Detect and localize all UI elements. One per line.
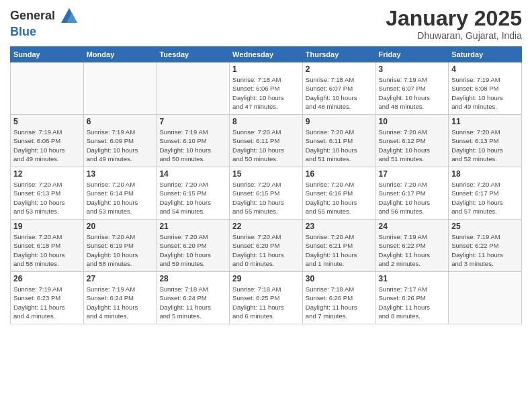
day-number: 4	[451, 64, 519, 74]
day-number: 31	[379, 274, 446, 283]
day-number: 29	[232, 274, 300, 283]
day-info: Sunrise: 7:19 AMSunset: 6:23 PMDaylight:…	[13, 285, 81, 320]
day-info: Sunrise: 7:19 AMSunset: 6:22 PMDaylight:…	[451, 232, 519, 268]
col-monday: Monday	[83, 47, 157, 62]
table-row: 23Sunrise: 7:20 AMSunset: 6:21 PMDayligh…	[302, 220, 375, 272]
table-row: 18Sunrise: 7:20 AMSunset: 6:17 PMDayligh…	[449, 167, 522, 220]
calendar-week-row: 12Sunrise: 7:20 AMSunset: 6:13 PMDayligh…	[11, 167, 522, 220]
day-info: Sunrise: 7:20 AMSunset: 6:11 PMDaylight:…	[306, 128, 373, 163]
table-row: 15Sunrise: 7:20 AMSunset: 6:15 PMDayligh…	[230, 167, 303, 220]
day-number: 6	[87, 117, 154, 126]
title-block: January 2025 Dhuwaran, Gujarat, India	[386, 7, 522, 41]
calendar-week-row: 5Sunrise: 7:19 AMSunset: 6:08 PMDaylight…	[11, 115, 522, 167]
calendar-week-row: 19Sunrise: 7:20 AMSunset: 6:18 PMDayligh…	[11, 220, 522, 272]
month-title: January 2025	[386, 7, 522, 30]
day-number: 15	[232, 169, 300, 179]
table-row: 10Sunrise: 7:20 AMSunset: 6:12 PMDayligh…	[375, 115, 449, 167]
day-info: Sunrise: 7:20 AMSunset: 6:20 PMDaylight:…	[159, 232, 226, 268]
table-row: 5Sunrise: 7:19 AMSunset: 6:08 PMDaylight…	[11, 115, 84, 167]
logo-general-text: General	[10, 9, 55, 22]
day-info: Sunrise: 7:19 AMSunset: 6:10 PMDaylight:…	[159, 128, 226, 163]
day-info: Sunrise: 7:20 AMSunset: 6:17 PMDaylight:…	[379, 180, 446, 216]
day-number: 1	[232, 64, 300, 74]
day-info: Sunrise: 7:19 AMSunset: 6:08 PMDaylight:…	[13, 128, 81, 163]
table-row	[11, 62, 84, 115]
table-row: 9Sunrise: 7:20 AMSunset: 6:11 PMDaylight…	[302, 115, 375, 167]
table-row: 7Sunrise: 7:19 AMSunset: 6:10 PMDaylight…	[157, 115, 230, 167]
col-sunday: Sunday	[11, 47, 84, 62]
table-row: 17Sunrise: 7:20 AMSunset: 6:17 PMDayligh…	[375, 167, 449, 220]
day-number: 19	[13, 222, 81, 231]
table-row: 22Sunrise: 7:20 AMSunset: 6:20 PMDayligh…	[230, 220, 303, 272]
day-info: Sunrise: 7:20 AMSunset: 6:20 PMDaylight:…	[232, 232, 300, 268]
day-number: 14	[159, 169, 226, 179]
table-row: 6Sunrise: 7:19 AMSunset: 6:09 PMDaylight…	[83, 115, 157, 167]
day-info: Sunrise: 7:20 AMSunset: 6:16 PMDaylight:…	[306, 180, 373, 216]
day-info: Sunrise: 7:18 AMSunset: 6:24 PMDaylight:…	[159, 285, 226, 320]
table-row: 20Sunrise: 7:20 AMSunset: 6:19 PMDayligh…	[83, 220, 157, 272]
col-saturday: Saturday	[449, 47, 522, 62]
day-info: Sunrise: 7:20 AMSunset: 6:11 PMDaylight:…	[232, 128, 300, 163]
day-number: 17	[379, 169, 446, 179]
day-number: 3	[379, 64, 446, 74]
table-row: 3Sunrise: 7:19 AMSunset: 6:07 PMDaylight…	[375, 62, 449, 115]
table-row: 27Sunrise: 7:19 AMSunset: 6:24 PMDayligh…	[83, 272, 157, 324]
day-number: 26	[13, 274, 81, 283]
calendar-week-row: 1Sunrise: 7:18 AMSunset: 6:06 PMDaylight…	[11, 62, 522, 115]
location-subtitle: Dhuwaran, Gujarat, India	[386, 30, 522, 41]
day-info: Sunrise: 7:19 AMSunset: 6:22 PMDaylight:…	[379, 232, 446, 268]
day-number: 10	[379, 117, 446, 126]
day-info: Sunrise: 7:19 AMSunset: 6:09 PMDaylight:…	[87, 128, 154, 163]
table-row: 12Sunrise: 7:20 AMSunset: 6:13 PMDayligh…	[11, 167, 84, 220]
day-info: Sunrise: 7:20 AMSunset: 6:12 PMDaylight:…	[379, 128, 446, 163]
logo: General Blue	[10, 7, 79, 39]
table-row	[83, 62, 157, 115]
day-info: Sunrise: 7:19 AMSunset: 6:08 PMDaylight:…	[451, 75, 519, 111]
day-number: 9	[306, 117, 373, 126]
page-header: General Blue January 2025 Dhuwaran, Guja…	[10, 7, 522, 41]
table-row: 29Sunrise: 7:18 AMSunset: 6:25 PMDayligh…	[230, 272, 303, 324]
day-number: 8	[232, 117, 300, 126]
table-row	[449, 272, 522, 324]
day-info: Sunrise: 7:20 AMSunset: 6:19 PMDaylight:…	[87, 232, 154, 268]
day-number: 28	[159, 274, 226, 283]
day-number: 5	[13, 117, 81, 126]
day-info: Sunrise: 7:17 AMSunset: 6:26 PMDaylight:…	[379, 285, 446, 320]
day-number: 20	[87, 222, 154, 231]
table-row	[157, 62, 230, 115]
table-row: 30Sunrise: 7:18 AMSunset: 6:26 PMDayligh…	[302, 272, 375, 324]
day-number: 30	[306, 274, 373, 283]
table-row: 4Sunrise: 7:19 AMSunset: 6:08 PMDaylight…	[449, 62, 522, 115]
day-number: 24	[379, 222, 446, 231]
day-info: Sunrise: 7:18 AMSunset: 6:07 PMDaylight:…	[306, 75, 373, 111]
day-info: Sunrise: 7:19 AMSunset: 6:07 PMDaylight:…	[379, 75, 446, 111]
day-number: 2	[306, 64, 373, 74]
day-info: Sunrise: 7:20 AMSunset: 6:14 PMDaylight:…	[87, 180, 154, 216]
logo-blue-text: Blue	[10, 25, 36, 38]
table-row: 11Sunrise: 7:20 AMSunset: 6:13 PMDayligh…	[449, 115, 522, 167]
table-row: 19Sunrise: 7:20 AMSunset: 6:18 PMDayligh…	[11, 220, 84, 272]
calendar-header-row: Sunday Monday Tuesday Wednesday Thursday…	[11, 47, 522, 62]
table-row: 24Sunrise: 7:19 AMSunset: 6:22 PMDayligh…	[375, 220, 449, 272]
day-info: Sunrise: 7:18 AMSunset: 6:26 PMDaylight:…	[306, 285, 373, 320]
day-number: 22	[232, 222, 300, 231]
table-row: 26Sunrise: 7:19 AMSunset: 6:23 PMDayligh…	[11, 272, 84, 324]
day-info: Sunrise: 7:20 AMSunset: 6:18 PMDaylight:…	[13, 232, 81, 268]
table-row: 13Sunrise: 7:20 AMSunset: 6:14 PMDayligh…	[83, 167, 157, 220]
day-number: 7	[159, 117, 226, 126]
day-info: Sunrise: 7:20 AMSunset: 6:17 PMDaylight:…	[451, 180, 519, 216]
table-row: 21Sunrise: 7:20 AMSunset: 6:20 PMDayligh…	[157, 220, 230, 272]
logo-icon	[60, 7, 79, 26]
day-number: 27	[87, 274, 154, 283]
day-number: 21	[159, 222, 226, 231]
day-number: 25	[451, 222, 519, 231]
day-info: Sunrise: 7:18 AMSunset: 6:25 PMDaylight:…	[232, 285, 300, 320]
day-number: 16	[306, 169, 373, 179]
day-info: Sunrise: 7:19 AMSunset: 6:24 PMDaylight:…	[87, 285, 154, 320]
table-row: 1Sunrise: 7:18 AMSunset: 6:06 PMDaylight…	[230, 62, 303, 115]
day-info: Sunrise: 7:20 AMSunset: 6:13 PMDaylight:…	[451, 128, 519, 163]
day-info: Sunrise: 7:20 AMSunset: 6:15 PMDaylight:…	[232, 180, 300, 216]
day-number: 18	[451, 169, 519, 179]
day-info: Sunrise: 7:18 AMSunset: 6:06 PMDaylight:…	[232, 75, 300, 111]
col-tuesday: Tuesday	[157, 47, 230, 62]
